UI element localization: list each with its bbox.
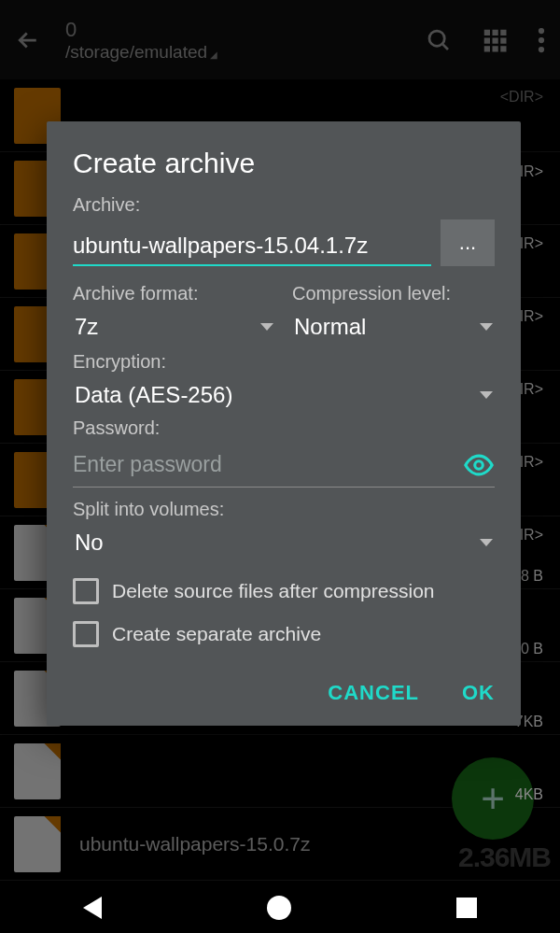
chevron-down-icon	[480, 323, 493, 331]
archive-label: Archive:	[73, 194, 495, 216]
checkbox-icon	[73, 621, 99, 647]
delete-source-checkbox-row[interactable]: Delete source files after compression	[73, 578, 495, 604]
delete-source-label: Delete source files after compression	[112, 580, 435, 602]
encryption-value: Data (AES-256)	[75, 382, 232, 408]
checkbox-icon	[73, 578, 99, 604]
encryption-dropdown[interactable]: Data (AES-256)	[73, 376, 495, 414]
nav-home-icon[interactable]	[267, 896, 291, 920]
chevron-down-icon	[480, 539, 493, 546]
compression-dropdown[interactable]: Normal	[292, 308, 495, 346]
password-label: Password:	[73, 417, 495, 439]
separate-archive-checkbox-row[interactable]: Create separate archive	[73, 621, 495, 647]
split-value: No	[75, 530, 104, 556]
android-nav-bar	[0, 882, 560, 933]
create-archive-dialog: Create archive Archive: ... Archive form…	[47, 121, 521, 726]
format-label: Archive format:	[73, 283, 275, 304]
separate-archive-label: Create separate archive	[112, 623, 321, 645]
encryption-label: Encryption:	[73, 351, 495, 373]
password-input[interactable]	[73, 443, 463, 487]
ok-button[interactable]: OK	[462, 681, 495, 705]
split-dropdown[interactable]: No	[73, 524, 495, 561]
show-password-icon[interactable]	[463, 449, 495, 481]
archive-name-input[interactable]	[73, 227, 431, 266]
chevron-down-icon	[260, 323, 273, 331]
compression-label: Compression level:	[292, 283, 495, 304]
dialog-title: Create archive	[73, 148, 495, 179]
split-label: Split into volumes:	[73, 499, 495, 520]
file-size: 4KB	[515, 786, 543, 803]
chevron-down-icon	[480, 391, 493, 399]
format-dropdown[interactable]: 7z	[73, 308, 275, 346]
nav-recent-icon[interactable]	[456, 898, 477, 918]
nav-back-icon[interactable]	[83, 897, 102, 919]
svg-point-13	[475, 460, 483, 469]
compression-value: Normal	[294, 314, 366, 340]
format-value: 7z	[75, 314, 98, 340]
browse-button[interactable]: ...	[441, 219, 495, 266]
cancel-button[interactable]: CANCEL	[328, 681, 419, 705]
